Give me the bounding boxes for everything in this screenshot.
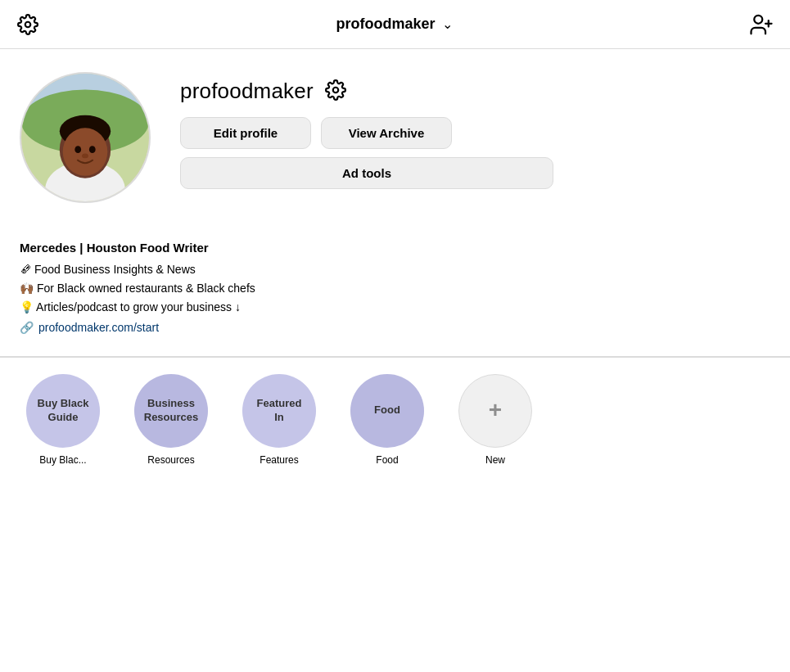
svg-point-1 [754,15,762,23]
avatar [20,72,151,203]
bio-text-2: 🙌🏾 For Black owned restaurants & Black c… [20,280,255,297]
profile-info: profoodmaker Edit profile View Archive A… [180,72,553,189]
bio-text-3: 💡 Articles/podcast to grow your business… [20,299,241,316]
highlight-circle-new: + [458,374,532,448]
link-icon: 🔗 [20,319,34,336]
highlight-circle-featured: FeaturedIn [242,374,316,448]
bio-line-2: 🙌🏾 For Black owned restaurants & Black c… [20,280,488,297]
svg-point-13 [89,146,96,153]
svg-point-14 [82,154,88,159]
nav-gear-icon[interactable] [16,13,39,36]
nav-chevron-icon: ⌄ [442,16,453,32]
svg-point-15 [333,87,339,92]
profile-username: profoodmaker [180,79,314,104]
profile-header: profoodmaker Edit profile View Archive A… [20,72,553,203]
profile-section: profoodmaker Edit profile View Archive A… [0,49,573,239]
highlight-circle-buy-black: Buy BlackGuide [26,374,100,448]
highlight-label-buy-black: Buy Blac... [39,454,86,466]
highlight-circle-business: BusinessResources [134,374,208,448]
profile-settings-icon[interactable] [325,79,346,104]
svg-point-12 [74,146,81,153]
avatar-container [20,72,151,203]
bio-name: Mercedes | Houston Food Writer [20,239,488,258]
highlight-food[interactable]: Food Food [342,374,432,466]
bio-line-1: 🗞 Food Business Insights & News [20,261,488,278]
top-navigation: profoodmaker ⌄ [0,0,790,49]
highlight-new[interactable]: + New [450,374,540,466]
bio-line-3: 💡 Articles/podcast to grow your business… [20,299,488,316]
highlight-label-food: Food [376,454,398,466]
highlights-section: Buy BlackGuide Buy Blac... BusinessResou… [0,357,790,482]
bio-text-1: 🗞 Food Business Insights & News [20,261,196,278]
view-archive-button[interactable]: View Archive [321,117,452,149]
primary-button-row: Edit profile View Archive [180,117,553,149]
bio-link[interactable]: 🔗 profoodmaker.com/start [20,319,488,336]
nav-add-user-button[interactable] [749,12,774,37]
svg-point-11 [63,128,108,176]
edit-profile-button[interactable]: Edit profile [180,117,311,149]
action-buttons: Edit profile View Archive Ad tools [180,117,553,189]
nav-username[interactable]: profoodmaker ⌄ [336,16,452,33]
ad-tools-button[interactable]: Ad tools [180,157,553,189]
secondary-button-row: Ad tools [180,157,553,189]
highlight-buy-black-guide[interactable]: Buy BlackGuide Buy Blac... [18,374,108,466]
highlight-label-business: Resources [147,454,194,466]
highlight-featured-in[interactable]: FeaturedIn Features [234,374,324,466]
highlight-circle-food: Food [350,374,424,448]
nav-username-text: profoodmaker [336,16,435,33]
highlight-label-featured: Features [260,454,298,466]
bio-section: Mercedes | Houston Food Writer 🗞 Food Bu… [0,239,508,356]
highlight-business-resources[interactable]: BusinessResources Resources [126,374,216,466]
highlights-row: Buy BlackGuide Buy Blac... BusinessResou… [11,374,779,466]
highlight-label-new: New [485,454,505,466]
avatar-image [21,72,149,203]
bio-link-text: profoodmaker.com/start [38,319,159,336]
username-row: profoodmaker [180,79,553,104]
svg-point-0 [25,21,31,27]
